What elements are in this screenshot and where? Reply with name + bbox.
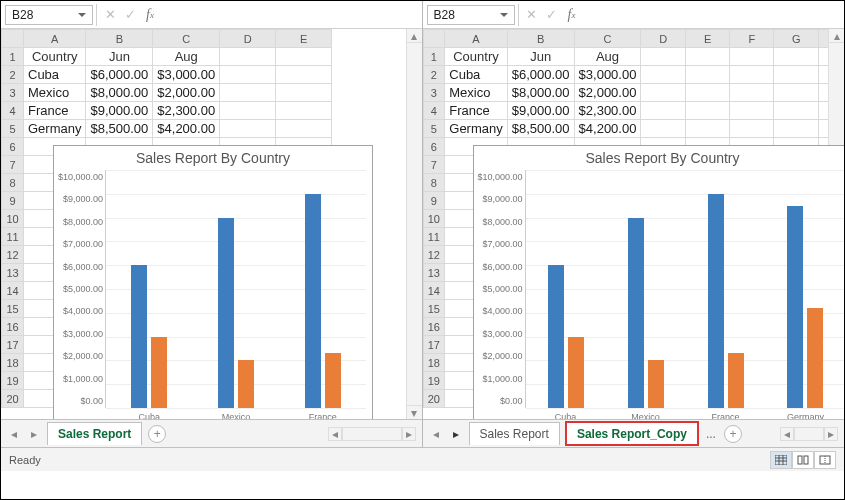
scroll-up-icon[interactable]: ▴ bbox=[829, 29, 844, 43]
empty-cell[interactable] bbox=[220, 66, 276, 84]
empty-cell[interactable] bbox=[641, 48, 686, 66]
table-header-cell[interactable]: Jun bbox=[507, 48, 574, 66]
column-header[interactable]: F bbox=[730, 30, 774, 48]
row-header[interactable]: 3 bbox=[2, 84, 24, 102]
select-all-cell[interactable] bbox=[2, 30, 24, 48]
table-cell[interactable]: Germany bbox=[24, 120, 86, 138]
formula-input[interactable] bbox=[582, 5, 841, 25]
column-header[interactable]: E bbox=[685, 30, 729, 48]
empty-cell[interactable] bbox=[641, 120, 686, 138]
row-header[interactable]: 14 bbox=[2, 282, 24, 300]
scroll-right-icon[interactable]: ▸ bbox=[824, 427, 838, 441]
scroll-left-icon[interactable]: ◂ bbox=[328, 427, 342, 441]
empty-cell[interactable] bbox=[220, 102, 276, 120]
row-header[interactable]: 19 bbox=[423, 372, 445, 390]
row-header[interactable]: 12 bbox=[423, 246, 445, 264]
row-header[interactable]: 1 bbox=[2, 48, 24, 66]
table-cell[interactable]: $2,300.00 bbox=[574, 102, 641, 120]
table-cell[interactable]: France bbox=[24, 102, 86, 120]
column-header[interactable]: D bbox=[641, 30, 686, 48]
empty-cell[interactable] bbox=[774, 120, 819, 138]
column-header[interactable]: A bbox=[445, 30, 507, 48]
empty-cell[interactable] bbox=[774, 48, 819, 66]
scroll-left-icon[interactable]: ◂ bbox=[780, 427, 794, 441]
view-page-break-button[interactable] bbox=[814, 451, 836, 469]
table-header-cell[interactable]: Jun bbox=[86, 48, 153, 66]
table-cell[interactable]: France bbox=[445, 102, 507, 120]
sheet-tab-sales-report[interactable]: Sales Report bbox=[469, 422, 560, 445]
row-header[interactable]: 16 bbox=[2, 318, 24, 336]
row-header[interactable]: 17 bbox=[2, 336, 24, 354]
table-cell[interactable]: $4,200.00 bbox=[574, 120, 641, 138]
table-cell[interactable]: $8,500.00 bbox=[507, 120, 574, 138]
chart-left[interactable]: Sales Report By Country $10,000.00$9,000… bbox=[53, 145, 373, 419]
row-header[interactable]: 2 bbox=[2, 66, 24, 84]
select-all-cell[interactable] bbox=[423, 30, 445, 48]
row-header[interactable]: 6 bbox=[423, 138, 445, 156]
empty-cell[interactable] bbox=[774, 84, 819, 102]
row-header[interactable]: 8 bbox=[2, 174, 24, 192]
row-header[interactable]: 15 bbox=[423, 300, 445, 318]
empty-cell[interactable] bbox=[685, 120, 729, 138]
empty-cell[interactable] bbox=[276, 66, 332, 84]
row-header[interactable]: 5 bbox=[423, 120, 445, 138]
name-box[interactable]: B28 bbox=[5, 5, 93, 25]
table-cell[interactable]: $4,200.00 bbox=[153, 120, 220, 138]
table-cell[interactable]: $8,500.00 bbox=[86, 120, 153, 138]
horizontal-scrollbar[interactable] bbox=[342, 427, 402, 441]
empty-cell[interactable] bbox=[774, 66, 819, 84]
row-header[interactable]: 5 bbox=[2, 120, 24, 138]
table-cell[interactable]: $8,000.00 bbox=[507, 84, 574, 102]
empty-cell[interactable] bbox=[685, 84, 729, 102]
table-cell[interactable]: $3,000.00 bbox=[574, 66, 641, 84]
column-header[interactable]: D bbox=[220, 30, 276, 48]
row-header[interactable]: 17 bbox=[423, 336, 445, 354]
row-header[interactable]: 7 bbox=[423, 156, 445, 174]
table-cell[interactable]: $8,000.00 bbox=[86, 84, 153, 102]
table-header-cell[interactable]: Aug bbox=[153, 48, 220, 66]
row-header[interactable]: 19 bbox=[2, 372, 24, 390]
tab-nav-next-icon[interactable]: ▸ bbox=[449, 427, 463, 441]
scroll-right-icon[interactable]: ▸ bbox=[402, 427, 416, 441]
empty-cell[interactable] bbox=[685, 66, 729, 84]
scroll-up-icon[interactable]: ▴ bbox=[407, 29, 422, 43]
column-header[interactable]: A bbox=[24, 30, 86, 48]
table-cell[interactable]: Cuba bbox=[24, 66, 86, 84]
row-header[interactable]: 11 bbox=[2, 228, 24, 246]
table-cell[interactable]: $3,000.00 bbox=[153, 66, 220, 84]
name-box[interactable]: B28 bbox=[427, 5, 515, 25]
sheet-tab-sales-report-copy[interactable]: Sales Report_Copy bbox=[566, 422, 698, 445]
row-header[interactable]: 14 bbox=[423, 282, 445, 300]
add-sheet-button[interactable]: + bbox=[724, 425, 742, 443]
empty-cell[interactable] bbox=[276, 84, 332, 102]
row-header[interactable]: 18 bbox=[2, 354, 24, 372]
empty-cell[interactable] bbox=[685, 102, 729, 120]
table-cell[interactable]: $2,300.00 bbox=[153, 102, 220, 120]
row-header[interactable]: 15 bbox=[2, 300, 24, 318]
tab-overflow-icon[interactable]: ... bbox=[704, 427, 718, 441]
empty-cell[interactable] bbox=[276, 120, 332, 138]
table-header-cell[interactable]: Country bbox=[445, 48, 507, 66]
table-cell[interactable]: $2,000.00 bbox=[574, 84, 641, 102]
row-header[interactable]: 20 bbox=[423, 390, 445, 408]
vertical-scrollbar[interactable]: ▴ ▾ bbox=[406, 29, 422, 419]
row-header[interactable]: 3 bbox=[423, 84, 445, 102]
column-header[interactable]: B bbox=[507, 30, 574, 48]
empty-cell[interactable] bbox=[730, 66, 774, 84]
row-header[interactable]: 10 bbox=[423, 210, 445, 228]
column-header[interactable]: C bbox=[574, 30, 641, 48]
table-cell[interactable]: $6,000.00 bbox=[507, 66, 574, 84]
sheet-tab-sales-report[interactable]: Sales Report bbox=[47, 422, 142, 445]
empty-cell[interactable] bbox=[220, 48, 276, 66]
row-header[interactable]: 12 bbox=[2, 246, 24, 264]
row-header[interactable]: 13 bbox=[423, 264, 445, 282]
table-header-cell[interactable]: Country bbox=[24, 48, 86, 66]
row-header[interactable]: 20 bbox=[2, 390, 24, 408]
empty-cell[interactable] bbox=[276, 102, 332, 120]
row-header[interactable]: 10 bbox=[2, 210, 24, 228]
table-cell[interactable]: Mexico bbox=[24, 84, 86, 102]
row-header[interactable]: 18 bbox=[423, 354, 445, 372]
empty-cell[interactable] bbox=[641, 84, 686, 102]
empty-cell[interactable] bbox=[774, 102, 819, 120]
row-header[interactable]: 2 bbox=[423, 66, 445, 84]
